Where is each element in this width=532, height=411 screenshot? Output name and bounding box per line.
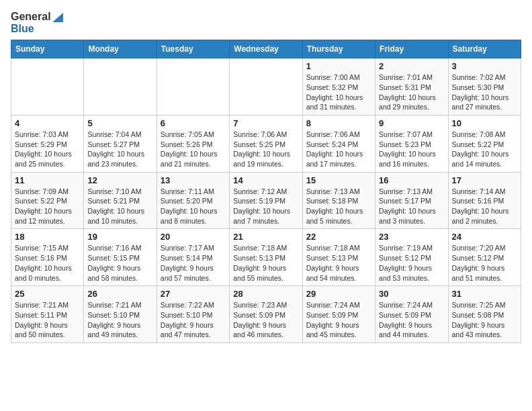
day-cell xyxy=(230,58,302,116)
header-cell-friday: Friday xyxy=(375,40,448,58)
header-cell-saturday: Saturday xyxy=(448,40,521,58)
day-number: 18 xyxy=(15,232,80,242)
day-number: 26 xyxy=(87,289,152,299)
day-cell: 11Sunrise: 7:09 AMSunset: 5:22 PMDayligh… xyxy=(11,172,84,229)
day-cell: 9Sunrise: 7:07 AMSunset: 5:23 PMDaylight… xyxy=(375,115,448,172)
day-cell: 23Sunrise: 7:19 AMSunset: 5:12 PMDayligh… xyxy=(375,229,448,286)
logo-general: General xyxy=(11,11,63,23)
day-info: Sunrise: 7:07 AMSunset: 5:23 PMDaylight:… xyxy=(379,130,444,169)
header-cell-monday: Monday xyxy=(84,40,157,58)
day-number: 20 xyxy=(161,232,226,242)
day-info: Sunrise: 7:18 AMSunset: 5:13 PMDaylight:… xyxy=(233,243,298,283)
day-cell: 4Sunrise: 7:03 AMSunset: 5:29 PMDaylight… xyxy=(11,115,84,172)
day-info: Sunrise: 7:03 AMSunset: 5:29 PMDaylight:… xyxy=(15,130,80,169)
day-info: Sunrise: 7:06 AMSunset: 5:24 PMDaylight:… xyxy=(306,130,371,169)
header-cell-tuesday: Tuesday xyxy=(157,40,229,58)
day-cell: 29Sunrise: 7:24 AMSunset: 5:09 PMDayligh… xyxy=(302,286,375,343)
logo-text: General Blue xyxy=(11,11,63,34)
day-info: Sunrise: 7:15 AMSunset: 5:16 PMDaylight:… xyxy=(15,243,80,283)
day-cell: 30Sunrise: 7:24 AMSunset: 5:09 PMDayligh… xyxy=(375,286,448,343)
day-info: Sunrise: 7:17 AMSunset: 5:14 PMDaylight:… xyxy=(161,243,226,283)
day-cell: 2Sunrise: 7:01 AMSunset: 5:31 PMDaylight… xyxy=(375,58,448,116)
day-cell: 1Sunrise: 7:00 AMSunset: 5:32 PMDaylight… xyxy=(302,58,375,116)
week-row-3: 11Sunrise: 7:09 AMSunset: 5:22 PMDayligh… xyxy=(11,172,521,229)
day-info: Sunrise: 7:18 AMSunset: 5:13 PMDaylight:… xyxy=(306,243,371,283)
day-cell xyxy=(84,58,157,116)
day-info: Sunrise: 7:11 AMSunset: 5:20 PMDaylight:… xyxy=(161,187,226,226)
day-info: Sunrise: 7:13 AMSunset: 5:17 PMDaylight:… xyxy=(379,187,444,226)
header-cell-sunday: Sunday xyxy=(11,40,84,58)
logo: General Blue xyxy=(11,11,63,34)
day-cell: 6Sunrise: 7:05 AMSunset: 5:26 PMDaylight… xyxy=(157,115,229,172)
day-number: 1 xyxy=(306,61,371,71)
day-number: 6 xyxy=(161,118,226,128)
header-row: SundayMondayTuesdayWednesdayThursdayFrid… xyxy=(11,40,521,58)
page-header: General Blue xyxy=(11,11,521,34)
day-number: 13 xyxy=(161,175,226,185)
day-info: Sunrise: 7:08 AMSunset: 5:22 PMDaylight:… xyxy=(452,130,517,169)
day-cell: 8Sunrise: 7:06 AMSunset: 5:24 PMDaylight… xyxy=(302,115,375,172)
day-cell: 12Sunrise: 7:10 AMSunset: 5:21 PMDayligh… xyxy=(84,172,157,229)
day-info: Sunrise: 7:25 AMSunset: 5:08 PMDaylight:… xyxy=(452,300,517,340)
week-row-4: 18Sunrise: 7:15 AMSunset: 5:16 PMDayligh… xyxy=(11,229,521,286)
day-number: 19 xyxy=(87,232,152,242)
day-number: 24 xyxy=(452,232,517,242)
week-row-2: 4Sunrise: 7:03 AMSunset: 5:29 PMDaylight… xyxy=(11,115,521,172)
day-info: Sunrise: 7:04 AMSunset: 5:27 PMDaylight:… xyxy=(87,130,152,169)
day-cell: 3Sunrise: 7:02 AMSunset: 5:30 PMDaylight… xyxy=(448,58,521,116)
day-info: Sunrise: 7:24 AMSunset: 5:09 PMDaylight:… xyxy=(379,300,444,340)
day-cell: 7Sunrise: 7:06 AMSunset: 5:25 PMDaylight… xyxy=(230,115,302,172)
day-info: Sunrise: 7:00 AMSunset: 5:32 PMDaylight:… xyxy=(306,73,371,112)
day-info: Sunrise: 7:22 AMSunset: 5:10 PMDaylight:… xyxy=(161,300,226,340)
day-info: Sunrise: 7:23 AMSunset: 5:09 PMDaylight:… xyxy=(233,300,298,340)
week-row-1: 1Sunrise: 7:00 AMSunset: 5:32 PMDaylight… xyxy=(11,58,521,116)
day-cell: 21Sunrise: 7:18 AMSunset: 5:13 PMDayligh… xyxy=(230,229,302,286)
calendar-table: SundayMondayTuesdayWednesdayThursdayFrid… xyxy=(11,40,521,343)
day-cell: 15Sunrise: 7:13 AMSunset: 5:18 PMDayligh… xyxy=(302,172,375,229)
day-info: Sunrise: 7:12 AMSunset: 5:19 PMDaylight:… xyxy=(233,187,298,226)
day-info: Sunrise: 7:24 AMSunset: 5:09 PMDaylight:… xyxy=(306,300,371,340)
day-cell: 31Sunrise: 7:25 AMSunset: 5:08 PMDayligh… xyxy=(448,286,521,343)
day-cell: 26Sunrise: 7:21 AMSunset: 5:10 PMDayligh… xyxy=(84,286,157,343)
day-info: Sunrise: 7:19 AMSunset: 5:12 PMDaylight:… xyxy=(379,243,444,283)
day-number: 30 xyxy=(379,289,444,299)
day-cell: 17Sunrise: 7:14 AMSunset: 5:16 PMDayligh… xyxy=(448,172,521,229)
day-cell: 22Sunrise: 7:18 AMSunset: 5:13 PMDayligh… xyxy=(302,229,375,286)
day-info: Sunrise: 7:21 AMSunset: 5:11 PMDaylight:… xyxy=(15,300,80,340)
day-number: 8 xyxy=(306,118,371,128)
day-info: Sunrise: 7:10 AMSunset: 5:21 PMDaylight:… xyxy=(87,187,152,226)
day-number: 31 xyxy=(452,289,517,299)
day-number: 16 xyxy=(379,175,444,185)
week-row-5: 25Sunrise: 7:21 AMSunset: 5:11 PMDayligh… xyxy=(11,286,521,343)
day-number: 4 xyxy=(15,118,80,128)
day-number: 15 xyxy=(306,175,371,185)
day-number: 22 xyxy=(306,232,371,242)
day-cell: 27Sunrise: 7:22 AMSunset: 5:10 PMDayligh… xyxy=(157,286,229,343)
logo-blue: Blue xyxy=(11,23,63,35)
day-number: 5 xyxy=(87,118,152,128)
header-cell-wednesday: Wednesday xyxy=(230,40,302,58)
day-number: 25 xyxy=(15,289,80,299)
day-info: Sunrise: 7:14 AMSunset: 5:16 PMDaylight:… xyxy=(452,187,517,226)
day-number: 2 xyxy=(379,61,444,71)
day-cell: 5Sunrise: 7:04 AMSunset: 5:27 PMDaylight… xyxy=(84,115,157,172)
day-cell: 16Sunrise: 7:13 AMSunset: 5:17 PMDayligh… xyxy=(375,172,448,229)
day-number: 12 xyxy=(87,175,152,185)
day-cell xyxy=(157,58,229,116)
svg-marker-0 xyxy=(52,13,63,22)
day-cell: 19Sunrise: 7:16 AMSunset: 5:15 PMDayligh… xyxy=(84,229,157,286)
day-info: Sunrise: 7:20 AMSunset: 5:12 PMDaylight:… xyxy=(452,243,517,283)
day-cell: 28Sunrise: 7:23 AMSunset: 5:09 PMDayligh… xyxy=(230,286,302,343)
day-number: 23 xyxy=(379,232,444,242)
day-cell: 10Sunrise: 7:08 AMSunset: 5:22 PMDayligh… xyxy=(448,115,521,172)
day-number: 3 xyxy=(452,61,517,71)
day-info: Sunrise: 7:02 AMSunset: 5:30 PMDaylight:… xyxy=(452,73,517,112)
day-info: Sunrise: 7:05 AMSunset: 5:26 PMDaylight:… xyxy=(161,130,226,169)
day-number: 29 xyxy=(306,289,371,299)
day-cell: 13Sunrise: 7:11 AMSunset: 5:20 PMDayligh… xyxy=(157,172,229,229)
day-info: Sunrise: 7:06 AMSunset: 5:25 PMDaylight:… xyxy=(233,130,298,169)
day-cell: 24Sunrise: 7:20 AMSunset: 5:12 PMDayligh… xyxy=(448,229,521,286)
day-info: Sunrise: 7:16 AMSunset: 5:15 PMDaylight:… xyxy=(87,243,152,283)
day-info: Sunrise: 7:21 AMSunset: 5:10 PMDaylight:… xyxy=(87,300,152,340)
day-number: 21 xyxy=(233,232,298,242)
